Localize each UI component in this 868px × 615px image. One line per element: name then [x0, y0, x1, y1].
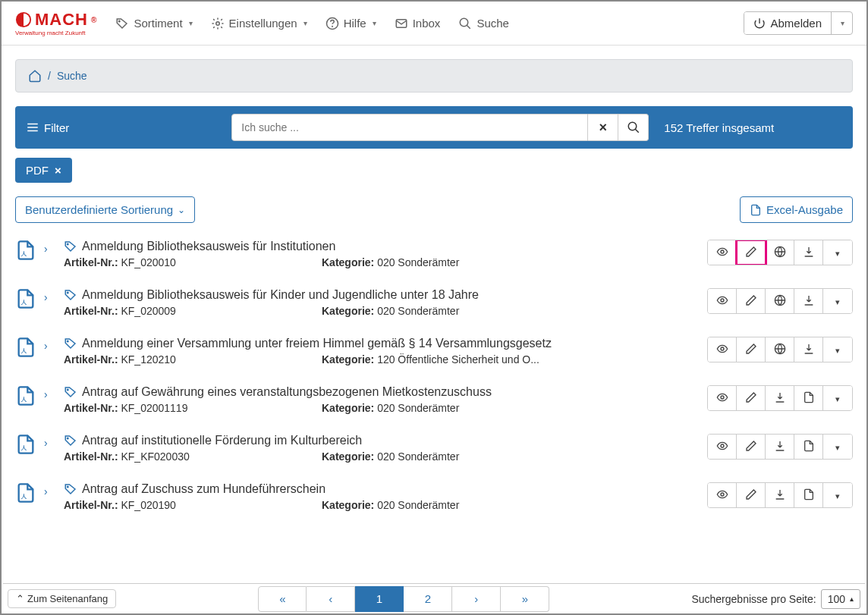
action-file-button[interactable] — [794, 435, 823, 459]
page-first[interactable]: « — [258, 586, 307, 612]
action-eye-button[interactable] — [708, 240, 737, 265]
kategorie-label: Kategorie: — [322, 450, 374, 463]
caret-down-icon: ▾ — [835, 295, 840, 307]
action-file-button[interactable] — [794, 386, 823, 410]
per-page-select[interactable]: 100 ▴ — [821, 589, 860, 609]
action-globe-button[interactable] — [766, 240, 794, 265]
filter-chip-pdf[interactable]: PDF × — [15, 158, 72, 183]
action-download-button[interactable] — [766, 435, 794, 459]
help-icon — [326, 17, 339, 30]
expand-button[interactable]: › — [44, 291, 56, 303]
svg-point-25 — [721, 444, 724, 447]
action-eye-button[interactable] — [708, 386, 737, 410]
caret-down-icon: ▾ — [835, 344, 840, 356]
nav-suche[interactable]: Suche — [458, 17, 509, 30]
logo[interactable]: MACH® Verwaltung macht Zukunft — [15, 10, 97, 36]
search-clear-button[interactable]: × — [588, 114, 618, 141]
eye-icon — [716, 440, 728, 454]
action-eye-button[interactable] — [708, 337, 737, 362]
tag-icon — [64, 240, 77, 253]
action-download-button[interactable] — [794, 240, 823, 265]
result-title[interactable]: Anmeldung Bibliotheksausweis für Kinder … — [82, 288, 479, 302]
action-caret-button[interactable]: ▾ — [823, 240, 852, 265]
action-globe-button[interactable] — [766, 337, 794, 362]
page-next[interactable]: › — [452, 586, 501, 612]
tag-icon — [64, 385, 77, 399]
eye-icon — [716, 488, 728, 503]
nav-sortiment[interactable]: Sortiment▾ — [115, 17, 192, 30]
page-last[interactable]: » — [501, 586, 549, 612]
nav-einstellungen[interactable]: Einstellungen▾ — [211, 17, 307, 30]
svg-point-14 — [721, 299, 724, 302]
expand-button[interactable]: › — [44, 437, 56, 449]
action-pencil-button[interactable] — [737, 337, 766, 362]
caret-down-icon: ▾ — [835, 246, 840, 259]
action-eye-button[interactable] — [708, 289, 737, 313]
download-icon — [774, 488, 786, 503]
to-top-button[interactable]: ⌃ Zum Seitenanfang — [8, 589, 116, 608]
action-pencil-button[interactable] — [737, 289, 766, 313]
page-prev[interactable]: ‹ — [307, 586, 355, 612]
search-submit-button[interactable] — [618, 114, 649, 141]
sort-button[interactable]: Benutzerdefinierte Sortierung ⌄ — [15, 196, 195, 223]
search-input[interactable] — [231, 114, 588, 141]
action-caret-button[interactable]: ▾ — [823, 337, 852, 362]
download-icon — [803, 246, 815, 260]
nav-hilfe[interactable]: Hilfe▾ — [326, 17, 376, 30]
action-caret-button[interactable]: ▾ — [823, 435, 852, 459]
kategorie-value: 020 Sonderämter — [377, 256, 459, 268]
caret-down-icon: ▾ — [373, 19, 376, 27]
action-download-button[interactable] — [766, 483, 794, 507]
home-icon[interactable] — [28, 69, 42, 83]
filter-button[interactable]: Filter — [26, 121, 69, 134]
action-pencil-button[interactable] — [737, 435, 766, 459]
expand-button[interactable]: › — [44, 243, 56, 255]
action-pencil-button[interactable] — [737, 240, 766, 265]
action-download-button[interactable] — [794, 289, 823, 313]
svg-text:人: 人 — [20, 397, 27, 403]
result-title[interactable]: Anmeldung Bibliotheksausweis für Institu… — [82, 240, 335, 253]
page-1[interactable]: 1 — [355, 586, 404, 612]
result-title[interactable]: Antrag auf institutionelle Förderung im … — [82, 434, 362, 447]
svg-text:人: 人 — [20, 348, 27, 354]
close-icon: × — [599, 120, 608, 136]
logout-button[interactable]: Abmelden — [744, 12, 831, 34]
action-group: ▾ — [707, 337, 853, 362]
expand-button[interactable]: › — [44, 340, 56, 352]
pencil-icon — [745, 246, 757, 260]
action-pencil-button[interactable] — [737, 483, 766, 507]
expand-button[interactable]: › — [44, 485, 56, 497]
breadcrumb-current[interactable]: Suche — [57, 70, 87, 82]
action-file-button[interactable] — [794, 483, 823, 507]
excel-export-button[interactable]: Excel-Ausgabe — [740, 196, 853, 223]
result-title[interactable]: Antrag auf Gewährung eines veranstaltung… — [82, 385, 492, 399]
action-download-button[interactable] — [794, 337, 823, 362]
logout-caret[interactable]: ▾ — [831, 12, 852, 34]
expand-button[interactable]: › — [44, 388, 56, 400]
file-icon — [803, 488, 815, 503]
artnr-label: Artikel-Nr.: — [64, 402, 118, 414]
tag-icon — [64, 337, 77, 350]
action-eye-button[interactable] — [708, 483, 737, 507]
action-group: ▾ — [707, 434, 853, 460]
action-caret-button[interactable]: ▾ — [823, 289, 852, 313]
action-pencil-button[interactable] — [737, 386, 766, 410]
nav-inbox[interactable]: Inbox — [395, 17, 441, 30]
tag-icon — [115, 17, 129, 30]
result-title[interactable]: Antrag auf Zuschuss zum Hundeführerschei… — [82, 482, 326, 496]
action-caret-button[interactable]: ▾ — [823, 483, 852, 507]
kategorie-label: Kategorie: — [322, 256, 374, 268]
svg-point-7 — [628, 122, 637, 130]
result-row: 人 › Antrag auf institutionelle Förderung… — [15, 423, 853, 472]
artnr-value: KF_02001119 — [121, 402, 187, 414]
page-2[interactable]: 2 — [404, 586, 452, 612]
caret-down-icon: ▾ — [303, 19, 307, 27]
action-globe-button[interactable] — [766, 289, 794, 313]
action-caret-button[interactable]: ▾ — [823, 386, 852, 410]
pencil-icon — [745, 440, 757, 454]
action-group: ▾ — [707, 288, 853, 314]
action-download-button[interactable] — [766, 386, 794, 410]
result-title[interactable]: Anmeldung einer Versammlung unter freiem… — [82, 337, 552, 350]
action-eye-button[interactable] — [708, 435, 737, 459]
tag-icon — [64, 288, 77, 302]
